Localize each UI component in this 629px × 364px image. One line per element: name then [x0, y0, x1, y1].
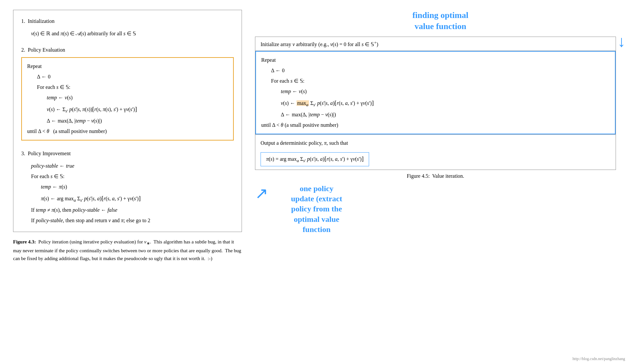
annotation-finding-row: finding optimalvalue function — [255, 10, 616, 35]
vi-init-line: Initialize array v arbitrarily (e.g., v(… — [255, 37, 616, 51]
repeat-label: Repeat — [27, 61, 228, 72]
figure-caption-left: Figure 4.3: Policy iteration (using iter… — [13, 238, 242, 262]
vi-delta-update: Δ ← max(Δ, |temp − v(s)|) — [261, 109, 610, 120]
if-temp-neq: If temp ≠ π(s), then policy-stable ← fal… — [21, 205, 234, 215]
vi-until-label: until Δ < θ (a small positive number) — [261, 120, 610, 130]
v-update: v(s) ← Σs' p(s'|s, π(s))[r(s, π(s), s') … — [27, 103, 228, 116]
policy-stable-init: policy-stable ← true — [21, 161, 234, 171]
temp-assign2: temp ← π(s) — [21, 182, 234, 192]
section1-line1: v(s) ∈ ℝ and π(s) ∈ 𝒜(s) arbitrarily for… — [21, 28, 234, 39]
policy-eval-repeat-box: Repeat Δ ← 0 For each s ∈ 𝕊: temp ← v(s)… — [21, 57, 234, 141]
delta-update: Δ ← max(Δ, |temp − v(s)|) — [27, 116, 228, 126]
left-panel: 1. Initialization v(s) ∈ ℝ and π(s) ∈ 𝒜(… — [13, 10, 242, 262]
vi-temp-assign: temp ← v(s) — [261, 86, 610, 97]
vi-repeat-label: Repeat — [261, 55, 610, 65]
vi-repeat-box: Repeat Δ ← 0 For each s ∈ 𝕊: temp ← v(s)… — [255, 51, 616, 134]
vi-v-update: v(s) ← maxa Σs' p(s'|s, a)[r(s, a, s') +… — [261, 97, 610, 109]
url-footer: http://blog.csdn.net/panglinzhang — [572, 356, 625, 361]
section2-title: 2. Policy Evaluation — [21, 45, 234, 55]
for-each-s: For each s ∈ 𝕊: — [27, 82, 228, 92]
right-panel: finding optimalvalue function Initialize… — [255, 10, 616, 235]
until-label: until Δ < θ (a small positive number) — [27, 126, 228, 137]
annotation-finding: finding optimalvalue function — [402, 10, 468, 32]
arrow-up-icon: ↗ — [255, 186, 271, 201]
vi-policy-formula: π(s) = arg maxa Σs' p(s'|s, a)[r(s, a, s… — [261, 152, 369, 166]
algorithm-box: 1. Initialization v(s) ∈ ℝ and π(s) ∈ 𝒜(… — [13, 10, 242, 232]
temp-assign: temp ← v(s) — [27, 92, 228, 103]
section3-title: 3. Policy Improvement — [21, 148, 234, 159]
vi-delta-init: Δ ← 0 — [261, 65, 610, 76]
annotation-policy: one policyupdate (extractpolicy from the… — [271, 184, 342, 235]
value-iteration-box: Initialize array v arbitrarily (e.g., v(… — [255, 37, 616, 170]
vi-output-label: Output a deterministic policy, π, such t… — [261, 138, 610, 148]
for-each-s2: For each s ∈ 𝕊: — [21, 171, 234, 182]
annotation-policy-row: ↗ one policyupdate (extractpolicy from t… — [255, 182, 616, 235]
section1-title: 1. Initialization — [21, 16, 234, 26]
main-layout: 1. Initialization v(s) ∈ ℝ and π(s) ∈ 𝒜(… — [13, 10, 616, 262]
vi-output-section: Output a deterministic policy, π, such t… — [255, 134, 616, 170]
vi-for-each: For each s ∈ 𝕊: — [261, 76, 610, 86]
pi-update: π(s) ← arg maxa Σs' p(s'|s, a)[r(s, a, s… — [21, 192, 234, 205]
figure-caption-right: Figure 4.5: Value iteration. — [255, 173, 616, 179]
if-policy-stable: If policy-stable, then stop and return v… — [21, 215, 234, 226]
delta-init: Δ ← 0 — [27, 72, 228, 82]
